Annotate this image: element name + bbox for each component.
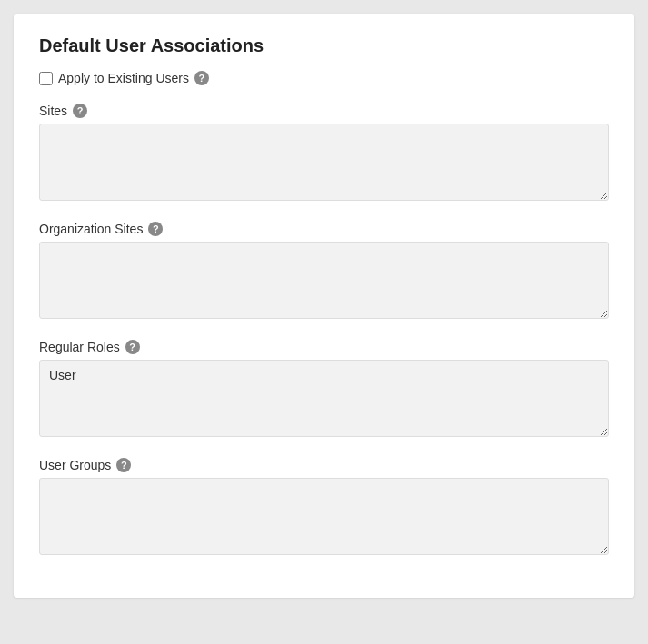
organization-sites-help-icon[interactable]: ? [148, 222, 163, 236]
organization-sites-textarea[interactable] [39, 242, 609, 319]
user-groups-label-row: User Groups ? [39, 458, 609, 472]
regular-roles-textarea-wrapper: User [39, 360, 609, 440]
apply-existing-users-row: Apply to Existing Users ? [39, 71, 609, 85]
sites-label-row: Sites ? [39, 104, 609, 118]
organization-sites-field-group: Organization Sites ? [39, 222, 609, 322]
regular-roles-help-icon[interactable]: ? [125, 340, 140, 354]
organization-sites-label: Organization Sites [39, 222, 143, 236]
sites-label: Sites [39, 104, 67, 118]
sites-textarea[interactable] [39, 124, 609, 201]
apply-existing-users-help-icon[interactable]: ? [194, 71, 209, 85]
regular-roles-textarea[interactable]: User [39, 360, 609, 437]
card: Default User Associations Apply to Exist… [14, 14, 634, 598]
organization-sites-label-row: Organization Sites ? [39, 222, 609, 236]
page-container: Default User Associations Apply to Exist… [0, 0, 648, 644]
sites-help-icon[interactable]: ? [73, 104, 87, 118]
regular-roles-label-row: Regular Roles ? [39, 340, 609, 354]
regular-roles-label: Regular Roles [39, 340, 120, 354]
apply-existing-users-label: Apply to Existing Users [58, 71, 189, 85]
organization-sites-textarea-wrapper [39, 242, 609, 322]
user-groups-label: User Groups [39, 458, 111, 472]
user-groups-help-icon[interactable]: ? [116, 458, 131, 472]
user-groups-textarea-wrapper [39, 478, 609, 558]
card-title: Default User Associations [39, 35, 609, 56]
user-groups-textarea[interactable] [39, 478, 609, 555]
user-groups-field-group: User Groups ? [39, 458, 609, 558]
regular-roles-field-group: Regular Roles ? User [39, 340, 609, 440]
sites-field-group: Sites ? [39, 104, 609, 203]
sites-textarea-wrapper [39, 124, 609, 203]
apply-existing-users-checkbox[interactable] [39, 72, 53, 85]
